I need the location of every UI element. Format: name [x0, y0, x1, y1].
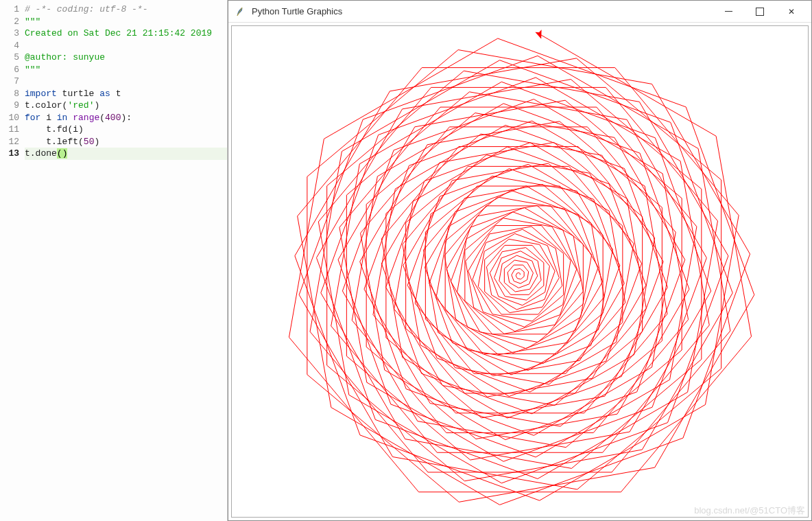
line-number: 8 [0, 88, 19, 100]
code-line[interactable]: import turtle as t [25, 88, 227, 100]
line-number: 4 [0, 40, 19, 52]
line-number: 11 [0, 124, 19, 136]
line-number: 3 [0, 27, 19, 40]
code-line[interactable]: for i in range(400): [25, 112, 227, 124]
code-line[interactable]: t.left(50) [25, 136, 227, 148]
code-editor-panel: 12345678910111213 # -*- coding: utf-8 -*… [0, 0, 228, 521]
code-line[interactable]: """ [25, 16, 227, 28]
code-line[interactable]: # -*- coding: utf-8 -*- [25, 3, 227, 16]
code-line[interactable]: Created on Sat Dec 21 21:15:42 2019 [25, 27, 227, 40]
maximize-button[interactable] [744, 2, 776, 21]
close-button[interactable] [776, 2, 807, 21]
turtle-svg [232, 26, 808, 517]
line-number: 7 [0, 76, 19, 88]
line-number: 6 [0, 64, 19, 76]
line-number: 1 [0, 3, 19, 16]
turtle-canvas [231, 25, 809, 518]
window-controls [713, 2, 807, 21]
line-number: 12 [0, 136, 19, 148]
line-number: 2 [0, 16, 19, 28]
python-feather-icon [235, 6, 246, 17]
code-line[interactable]: """ [25, 64, 227, 76]
minimize-button[interactable] [713, 2, 744, 21]
code-line[interactable] [25, 40, 227, 52]
code-area[interactable]: # -*- coding: utf-8 -*-"""Created on Sat… [22, 0, 227, 521]
code-line[interactable]: @author: sunyue [25, 51, 227, 64]
line-number: 9 [0, 100, 19, 112]
turtle-spiral-path [289, 34, 754, 505]
code-line[interactable]: t.fd(i) [25, 124, 227, 136]
window-title: Python Turtle Graphics [252, 6, 713, 16]
line-number: 13 [0, 148, 19, 160]
window-titlebar[interactable]: Python Turtle Graphics [228, 1, 811, 23]
code-line[interactable]: t.done() [25, 148, 227, 160]
code-line[interactable]: t.color('red') [25, 100, 227, 112]
code-line[interactable] [25, 76, 227, 88]
turtle-graphics-window: Python Turtle Graphics [228, 0, 812, 521]
turtle-cursor-icon [536, 31, 544, 39]
line-number: 10 [0, 112, 19, 124]
line-number: 5 [0, 51, 19, 64]
line-number-gutter: 12345678910111213 [0, 0, 22, 521]
